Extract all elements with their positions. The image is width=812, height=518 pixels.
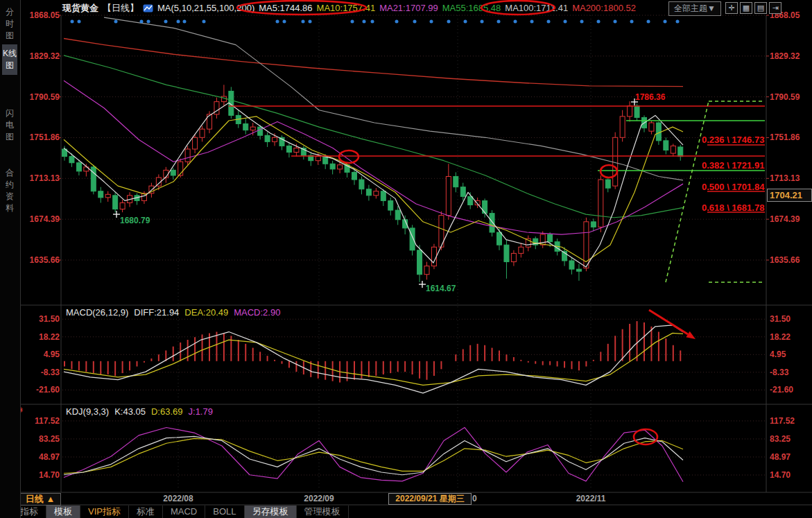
sidebar-tab-2[interactable]: 闪电图 xyxy=(2,104,17,146)
fib-level-label: 0.382 \ 1721.91 xyxy=(702,160,764,171)
price-axis-label: 83.25 xyxy=(770,434,791,444)
extreme-price-label: 1786.36 xyxy=(635,92,665,102)
price-axis-label: 1751.86 xyxy=(770,132,800,142)
price-axis-label: 48.97 xyxy=(21,452,60,462)
price-axis-label: 1829.32 xyxy=(21,51,60,61)
price-axis-label: -21.60 xyxy=(21,385,60,395)
sidebar-tab-1[interactable]: K线图 xyxy=(2,44,17,75)
fib-level-label: 0.236 \ 1746.73 xyxy=(702,135,764,145)
indicator-legend-item: MACD(26,12,9) xyxy=(66,307,128,318)
price-axis-label: 1713.13 xyxy=(770,173,800,183)
symbol-title: 现货黄金 xyxy=(62,3,98,13)
theme-select-button[interactable]: 全部主题▼ xyxy=(668,1,721,16)
price-axis-label: 1790.59 xyxy=(770,92,800,102)
sidebar-tab-3[interactable]: 合约资料 xyxy=(2,164,17,218)
macd-legend: MACD(26,12,9)DIFF:21.94DEA:20.49MACD:2.9… xyxy=(66,307,286,318)
indicator-tab-1[interactable]: 模板 xyxy=(46,506,80,518)
pop-out-icon[interactable]: ⇥ xyxy=(769,2,781,14)
period-arrow-icon: ▲ xyxy=(46,494,55,504)
price-axis-label: 18.22 xyxy=(21,332,60,342)
indicator-tab-5[interactable]: BOLL xyxy=(205,506,244,518)
price-axis-label: 117.52 xyxy=(770,416,795,426)
extreme-price-label: 1680.79 xyxy=(120,216,150,225)
indicator-tab-2[interactable]: VIP指标 xyxy=(80,506,129,518)
time-axis-label: 2022/09 xyxy=(304,494,334,503)
grid-layout-icon[interactable]: ▦ xyxy=(740,2,752,14)
ma-legend-item: MA21:1707.99 xyxy=(379,3,438,13)
price-axis-label: 31.50 xyxy=(770,314,791,324)
price-axis-label: 1635.66 xyxy=(770,255,800,265)
price-marker-box: 1704.21 xyxy=(767,189,812,202)
ma-legend: MA5:1744.86MA10:1757.41MA21:1707.99MA55:… xyxy=(259,3,640,13)
price-axis-label: 1868.05 xyxy=(21,10,60,20)
crosshair-date-suffix: 0 xyxy=(472,494,477,503)
left-sidebar: 分时图K线图闪电图合约资料 xyxy=(0,0,21,518)
indicator-tab-3[interactable]: 标准 xyxy=(129,506,163,518)
price-axis-label: 14.70 xyxy=(770,470,791,480)
indicator-legend-item: K:43.05 xyxy=(114,406,146,417)
indicator-tab-6[interactable]: 另存模板 xyxy=(245,506,297,518)
price-axis-label: 1713.13 xyxy=(21,173,60,183)
indicator-legend-item: DEA:20.49 xyxy=(184,307,228,318)
indicator-legend-item: DIFF:21.94 xyxy=(134,307,179,318)
price-axis-label: 117.52 xyxy=(21,416,60,426)
price-axis-label: 1635.66 xyxy=(21,255,60,265)
extreme-price-label: 1614.67 xyxy=(426,284,456,293)
period-label: 日线 xyxy=(26,494,44,504)
price-axis-label: 1751.86 xyxy=(21,132,60,142)
ma-legend-item: MA200:1800.52 xyxy=(572,3,636,13)
period-selector[interactable]: 日线 ▲ xyxy=(19,493,61,506)
ma-legend-item: MA100:1711.41 xyxy=(505,3,568,13)
ma-legend-item: MA5:1744.86 xyxy=(259,3,312,13)
kdj-legend: KDJ(9,3,3)K:43.05D:63.69J:1.79 xyxy=(66,406,218,417)
price-axis-label: 18.22 xyxy=(770,332,791,342)
indicator-legend-item: MACD:2.90 xyxy=(234,307,280,318)
ma-legend-item: MA10:1757.41 xyxy=(317,3,376,13)
price-axis-label: 1790.59 xyxy=(21,92,60,102)
price-axis-label: 14.70 xyxy=(21,470,60,480)
price-axis-label: -21.60 xyxy=(770,385,793,395)
crosshair-tool-icon[interactable]: ✛ xyxy=(725,2,738,14)
indicator-legend-item: J:1.79 xyxy=(189,406,213,417)
panel-layout-icon[interactable]: ▤ xyxy=(754,2,767,14)
indicator-legend-item: D:63.69 xyxy=(151,406,183,417)
sidebar-tab-0[interactable]: 分时图 xyxy=(2,3,17,45)
price-axis-label: 1674.39 xyxy=(21,214,60,224)
price-axis-label: 1674.39 xyxy=(770,214,800,224)
period-tag: 【日线】 xyxy=(103,3,139,13)
price-axis-label: 83.25 xyxy=(21,434,60,444)
indicator-tab-7[interactable]: 管理模板 xyxy=(297,506,349,518)
indicator-tab-bar: 指标模板VIP指标标准MACDBOLL另存模板管理模板 xyxy=(12,506,349,518)
indicator-legend-item: KDJ(9,3,3) xyxy=(66,406,109,417)
fib-level-label: 0.618 \ 1681.78 xyxy=(702,202,764,213)
price-axis-label: 31.50 xyxy=(21,314,60,324)
crosshair-date-box: 2022/09/21 星期三 xyxy=(388,493,472,505)
indicator-tab-4[interactable]: MACD xyxy=(163,506,205,518)
price-axis-label: 4.95 xyxy=(770,349,786,359)
price-axis-label: 4.95 xyxy=(21,349,60,359)
chart-header: 现货黄金【日线】MA(5,10,21,55,100,200)MA5:1744.8… xyxy=(62,2,644,15)
price-axis-label: -8.33 xyxy=(21,368,60,377)
price-axis-label: 48.97 xyxy=(770,452,791,462)
chart-canvas[interactable] xyxy=(0,0,812,518)
fib-level-label: 0.500 \ 1701.84 xyxy=(702,182,764,192)
annotation-layer xyxy=(0,0,812,518)
kline-chart-icon[interactable] xyxy=(143,3,153,13)
ma-legend-item: MA55:1685.48 xyxy=(442,3,501,13)
trading-app: { "header": { "symbol": "现货黄金", "period_… xyxy=(0,0,812,518)
time-axis-label: 2022/08 xyxy=(163,494,193,503)
time-axis-label: 2022/11 xyxy=(576,494,606,503)
price-axis-label: 1829.32 xyxy=(770,51,800,61)
price-axis-label: -8.33 xyxy=(770,368,788,377)
ma-group-label: MA(5,10,21,55,100,200) xyxy=(157,3,254,13)
